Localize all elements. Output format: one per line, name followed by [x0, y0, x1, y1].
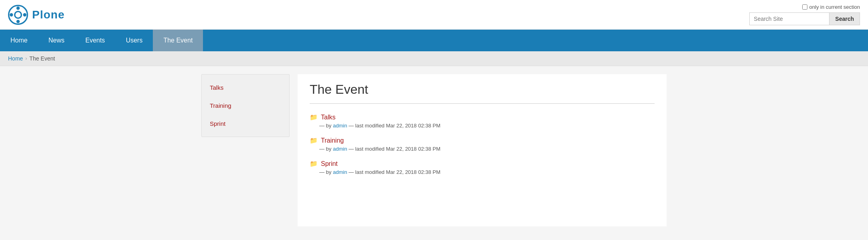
logo-area: Plone [8, 5, 65, 25]
sidebar-item-training[interactable]: Training [202, 97, 289, 115]
item-author-sprint[interactable]: admin [333, 169, 347, 175]
item-title-row-sprint: 📁 Sprint [310, 160, 655, 167]
folder-icon-training: 📁 [310, 137, 318, 144]
item-link-talks[interactable]: Talks [321, 114, 335, 121]
content-item-sprint: 📁 Sprint — by admin — last modified Mar … [310, 160, 655, 175]
only-current-section-label[interactable]: only in current section [802, 4, 860, 10]
search-button[interactable]: Search [829, 12, 860, 25]
search-row: Search [749, 12, 860, 25]
only-current-section-checkbox[interactable] [802, 4, 807, 10]
svg-point-1 [15, 11, 22, 18]
logo-text: Plone [32, 8, 65, 21]
folder-icon-sprint: 📁 [310, 160, 318, 167]
item-meta-sprint: — by admin — last modified Mar 22, 2018 … [310, 169, 655, 175]
item-link-sprint[interactable]: Sprint [321, 160, 338, 167]
item-title-row-talks: 📁 Talks [310, 113, 655, 121]
item-meta-talks: — by admin — last modified Mar 22, 2018 … [310, 123, 655, 129]
item-link-training[interactable]: Training [321, 137, 344, 144]
page-title: The Event [310, 82, 655, 97]
sidebar-item-talks[interactable]: Talks [202, 79, 289, 97]
item-meta-training: — by admin — last modified Mar 22, 2018 … [310, 146, 655, 152]
nav-bar: Home News Events Users The Event [0, 30, 868, 51]
breadcrumb-separator: › [25, 56, 27, 61]
search-input[interactable] [749, 12, 829, 25]
item-title-row-training: 📁 Training [310, 137, 655, 144]
main-content: The Event 📁 Talks — by admin — last modi… [298, 74, 667, 226]
svg-point-4 [10, 13, 13, 16]
sidebar-item-sprint[interactable]: Sprint [202, 115, 289, 133]
sidebar: Talks Training Sprint [201, 74, 290, 137]
content-item-training: 📁 Training — by admin — last modified Ma… [310, 137, 655, 152]
svg-point-5 [23, 13, 26, 16]
breadcrumb-current: The Event [29, 55, 55, 62]
nav-item-events[interactable]: Events [75, 30, 116, 51]
content-item-talks: 📁 Talks — by admin — last modified Mar 2… [310, 113, 655, 129]
nav-item-users[interactable]: Users [116, 30, 153, 51]
nav-item-home[interactable]: Home [0, 30, 38, 51]
content-area: Talks Training Sprint The Event 📁 Talks … [193, 66, 675, 234]
svg-point-3 [16, 20, 20, 23]
breadcrumb: Home › The Event [0, 51, 868, 66]
search-area: only in current section Search [749, 4, 860, 25]
header: Plone only in current section Search [0, 0, 868, 30]
item-author-training[interactable]: admin [333, 146, 347, 152]
nav-item-the-event[interactable]: The Event [153, 30, 203, 51]
item-author-talks[interactable]: admin [333, 123, 347, 129]
svg-point-2 [16, 6, 20, 10]
nav-item-news[interactable]: News [38, 30, 75, 51]
breadcrumb-home[interactable]: Home [8, 55, 23, 62]
title-divider [310, 103, 655, 104]
folder-icon-talks: 📁 [310, 113, 318, 121]
plone-logo-icon [8, 5, 28, 25]
